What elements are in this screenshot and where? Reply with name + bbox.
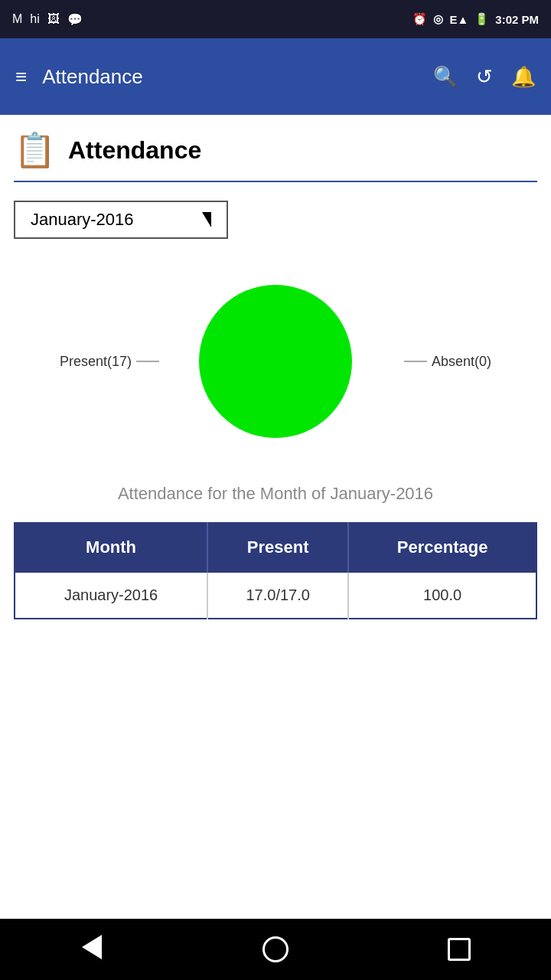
time-display: 3:02 PM <box>495 13 539 26</box>
table-cell-percentage: 100.0 <box>348 572 536 619</box>
table-row: January-2016 17.0/17.0 100.0 <box>15 572 536 619</box>
pie-chart-circle <box>199 285 352 438</box>
notification-button[interactable]: 🔔 <box>511 65 536 89</box>
page-header: 📋 Attendance <box>14 130 537 182</box>
refresh-button[interactable]: ↺ <box>476 65 493 89</box>
attendance-summary-text: Attendance for the Month of January-2016 <box>14 484 537 504</box>
signal-icon: E▲ <box>449 13 468 26</box>
back-button[interactable] <box>69 926 115 972</box>
label-line-right <box>404 361 427 362</box>
table-header-percentage: Percentage <box>348 523 536 572</box>
gmail-icon: M <box>12 12 22 26</box>
attendance-table: Month Present Percentage January-2016 17… <box>14 522 537 619</box>
page-title: Attendance <box>68 136 201 165</box>
chat-icon: 💬 <box>67 12 83 27</box>
label-line-left <box>136 361 159 362</box>
back-icon <box>82 935 102 965</box>
menu-button[interactable]: ≡ <box>15 65 27 89</box>
clipboard-icon: 📋 <box>14 130 56 170</box>
status-left-icons: M hi 🖼 💬 <box>12 12 83 27</box>
table-header-month: Month <box>15 523 207 572</box>
main-content: 📋 Attendance January-2016 Present(17) Ab… <box>0 115 551 919</box>
image-icon: 🖼 <box>47 12 60 26</box>
wifi-icon: ◎ <box>433 12 443 26</box>
table-header-present: Present <box>207 523 348 572</box>
chart-absent-label: Absent(0) <box>404 354 491 370</box>
home-icon <box>262 936 289 962</box>
bottom-navigation <box>0 919 551 980</box>
table-cell-month: January-2016 <box>15 572 207 619</box>
table-cell-present: 17.0/17.0 <box>207 572 348 619</box>
pie-chart-area: Present(17) Absent(0) <box>14 262 537 461</box>
recents-icon <box>448 938 471 961</box>
hi-icon: hi <box>30 12 39 26</box>
navbar-icons: 🔍 ↺ 🔔 <box>433 65 536 89</box>
alarm-icon: ⏰ <box>412 12 427 26</box>
recents-button[interactable] <box>436 926 482 972</box>
navbar: ≡ Attendance 🔍 ↺ 🔔 <box>0 38 551 115</box>
month-selector-dropdown[interactable]: January-2016 <box>14 201 228 239</box>
dropdown-arrow-icon <box>202 212 211 227</box>
search-button[interactable]: 🔍 <box>433 65 458 89</box>
status-bar: M hi 🖼 💬 ⏰ ◎ E▲ 🔋 3:02 PM <box>0 0 551 38</box>
home-button[interactable] <box>253 926 298 972</box>
status-right-icons: ⏰ ◎ E▲ 🔋 3:02 PM <box>412 12 539 26</box>
chart-present-label: Present(17) <box>60 354 159 370</box>
selected-month-text: January-2016 <box>31 210 134 230</box>
battery-icon: 🔋 <box>474 12 489 26</box>
table-header-row: Month Present Percentage <box>15 523 536 572</box>
navbar-title: Attendance <box>42 65 433 89</box>
